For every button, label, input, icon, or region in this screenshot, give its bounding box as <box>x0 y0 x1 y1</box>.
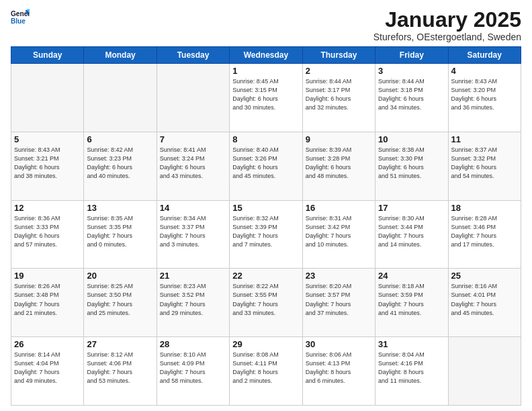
table-row: 8Sunrise: 8:40 AM Sunset: 3:26 PM Daylig… <box>230 132 302 200</box>
day-info: Sunrise: 8:44 AM Sunset: 3:17 PM Dayligh… <box>306 77 372 112</box>
day-number: 8 <box>232 134 299 144</box>
day-number: 16 <box>306 203 372 213</box>
col-saturday: Saturday <box>448 47 521 64</box>
day-number: 28 <box>160 339 226 349</box>
day-info: Sunrise: 8:12 AM Sunset: 4:06 PM Dayligh… <box>87 351 153 385</box>
day-number: 2 <box>306 66 372 76</box>
day-number: 1 <box>232 66 299 76</box>
table-row: 2Sunrise: 8:44 AM Sunset: 3:17 PM Daylig… <box>302 64 375 132</box>
day-number: 12 <box>14 203 81 213</box>
day-number: 25 <box>451 271 518 281</box>
day-info: Sunrise: 8:10 AM Sunset: 4:09 PM Dayligh… <box>160 351 226 385</box>
day-info: Sunrise: 8:30 AM Sunset: 3:44 PM Dayligh… <box>378 214 445 249</box>
logo-icon: General Blue <box>11 8 30 27</box>
day-number: 23 <box>306 271 372 281</box>
table-row: 20Sunrise: 8:25 AM Sunset: 3:50 PM Dayli… <box>84 269 157 337</box>
col-thursday: Thursday <box>302 47 375 64</box>
day-number: 5 <box>14 134 81 144</box>
col-sunday: Sunday <box>11 47 84 64</box>
table-row: 30Sunrise: 8:06 AM Sunset: 4:13 PM Dayli… <box>302 337 375 406</box>
day-number: 9 <box>306 134 372 144</box>
table-row: 21Sunrise: 8:23 AM Sunset: 3:52 PM Dayli… <box>157 269 229 337</box>
title-block: January 2025 Sturefors, OEstergoetland, … <box>373 8 521 42</box>
calendar-week-row: 26Sunrise: 8:14 AM Sunset: 4:04 PM Dayli… <box>11 337 521 406</box>
calendar-week-row: 5Sunrise: 8:43 AM Sunset: 3:21 PM Daylig… <box>11 132 521 200</box>
day-info: Sunrise: 8:18 AM Sunset: 3:59 PM Dayligh… <box>378 282 445 317</box>
table-row: 11Sunrise: 8:37 AM Sunset: 3:32 PM Dayli… <box>448 132 521 200</box>
table-row: 10Sunrise: 8:38 AM Sunset: 3:30 PM Dayli… <box>375 132 448 200</box>
day-info: Sunrise: 8:34 AM Sunset: 3:37 PM Dayligh… <box>160 214 226 249</box>
table-row: 18Sunrise: 8:28 AM Sunset: 3:46 PM Dayli… <box>448 200 521 269</box>
table-row: 23Sunrise: 8:20 AM Sunset: 3:57 PM Dayli… <box>302 269 375 337</box>
day-info: Sunrise: 8:43 AM Sunset: 3:20 PM Dayligh… <box>451 77 518 112</box>
col-monday: Monday <box>84 47 157 64</box>
day-number: 30 <box>306 339 372 349</box>
day-info: Sunrise: 8:38 AM Sunset: 3:30 PM Dayligh… <box>378 146 445 181</box>
day-number: 24 <box>378 271 445 281</box>
col-tuesday: Tuesday <box>157 47 229 64</box>
col-friday: Friday <box>375 47 448 64</box>
day-info: Sunrise: 8:41 AM Sunset: 3:24 PM Dayligh… <box>160 146 226 181</box>
svg-text:Blue: Blue <box>11 17 26 25</box>
day-info: Sunrise: 8:08 AM Sunset: 4:11 PM Dayligh… <box>232 351 299 385</box>
day-number: 13 <box>87 203 153 213</box>
day-number: 22 <box>232 271 299 281</box>
calendar-week-row: 1Sunrise: 8:45 AM Sunset: 3:15 PM Daylig… <box>11 64 521 132</box>
table-row: 15Sunrise: 8:32 AM Sunset: 3:39 PM Dayli… <box>230 200 302 269</box>
table-row: 4Sunrise: 8:43 AM Sunset: 3:20 PM Daylig… <box>448 64 521 132</box>
table-row: 3Sunrise: 8:44 AM Sunset: 3:18 PM Daylig… <box>375 64 448 132</box>
table-row: 28Sunrise: 8:10 AM Sunset: 4:09 PM Dayli… <box>157 337 229 406</box>
day-info: Sunrise: 8:44 AM Sunset: 3:18 PM Dayligh… <box>378 77 445 112</box>
day-number: 21 <box>160 271 226 281</box>
day-info: Sunrise: 8:26 AM Sunset: 3:48 PM Dayligh… <box>14 282 81 317</box>
day-number: 4 <box>451 66 518 76</box>
table-row: 6Sunrise: 8:42 AM Sunset: 3:23 PM Daylig… <box>84 132 157 200</box>
table-row <box>157 64 229 132</box>
day-number: 17 <box>378 203 445 213</box>
day-info: Sunrise: 8:40 AM Sunset: 3:26 PM Dayligh… <box>232 146 299 181</box>
day-number: 19 <box>14 271 81 281</box>
table-row: 22Sunrise: 8:22 AM Sunset: 3:55 PM Dayli… <box>230 269 302 337</box>
month-title: January 2025 <box>373 8 521 32</box>
page: General Blue January 2025 Sturefors, OEs… <box>0 0 532 411</box>
day-number: 27 <box>87 339 153 349</box>
calendar-header-row: Sunday Monday Tuesday Wednesday Thursday… <box>11 47 521 64</box>
day-info: Sunrise: 8:04 AM Sunset: 4:16 PM Dayligh… <box>378 351 445 385</box>
table-row: 1Sunrise: 8:45 AM Sunset: 3:15 PM Daylig… <box>230 64 302 132</box>
table-row: 25Sunrise: 8:16 AM Sunset: 4:01 PM Dayli… <box>448 269 521 337</box>
day-info: Sunrise: 8:32 AM Sunset: 3:39 PM Dayligh… <box>232 214 299 249</box>
day-info: Sunrise: 8:14 AM Sunset: 4:04 PM Dayligh… <box>14 351 81 385</box>
table-row: 19Sunrise: 8:26 AM Sunset: 3:48 PM Dayli… <box>11 269 84 337</box>
day-number: 31 <box>378 339 445 349</box>
day-number: 7 <box>160 134 226 144</box>
table-row: 7Sunrise: 8:41 AM Sunset: 3:24 PM Daylig… <box>157 132 229 200</box>
day-info: Sunrise: 8:39 AM Sunset: 3:28 PM Dayligh… <box>306 146 372 181</box>
table-row: 16Sunrise: 8:31 AM Sunset: 3:42 PM Dayli… <box>302 200 375 269</box>
table-row: 12Sunrise: 8:36 AM Sunset: 3:33 PM Dayli… <box>11 200 84 269</box>
day-number: 18 <box>451 203 518 213</box>
day-info: Sunrise: 8:36 AM Sunset: 3:33 PM Dayligh… <box>14 214 81 249</box>
day-info: Sunrise: 8:20 AM Sunset: 3:57 PM Dayligh… <box>306 282 372 317</box>
table-row: 26Sunrise: 8:14 AM Sunset: 4:04 PM Dayli… <box>11 337 84 406</box>
calendar-table: Sunday Monday Tuesday Wednesday Thursday… <box>11 46 521 406</box>
day-info: Sunrise: 8:28 AM Sunset: 3:46 PM Dayligh… <box>451 214 518 249</box>
day-number: 11 <box>451 134 518 144</box>
table-row: 31Sunrise: 8:04 AM Sunset: 4:16 PM Dayli… <box>375 337 448 406</box>
table-row: 24Sunrise: 8:18 AM Sunset: 3:59 PM Dayli… <box>375 269 448 337</box>
table-row <box>448 337 521 406</box>
day-number: 6 <box>87 134 153 144</box>
day-info: Sunrise: 8:23 AM Sunset: 3:52 PM Dayligh… <box>160 282 226 317</box>
table-row: 29Sunrise: 8:08 AM Sunset: 4:11 PM Dayli… <box>230 337 302 406</box>
day-info: Sunrise: 8:16 AM Sunset: 4:01 PM Dayligh… <box>451 282 518 317</box>
calendar-week-row: 19Sunrise: 8:26 AM Sunset: 3:48 PM Dayli… <box>11 269 521 337</box>
calendar-week-row: 12Sunrise: 8:36 AM Sunset: 3:33 PM Dayli… <box>11 200 521 269</box>
location-subtitle: Sturefors, OEstergoetland, Sweden <box>373 32 521 42</box>
day-info: Sunrise: 8:31 AM Sunset: 3:42 PM Dayligh… <box>306 214 372 249</box>
day-number: 20 <box>87 271 153 281</box>
table-row: 27Sunrise: 8:12 AM Sunset: 4:06 PM Dayli… <box>84 337 157 406</box>
day-info: Sunrise: 8:35 AM Sunset: 3:35 PM Dayligh… <box>87 214 153 249</box>
table-row: 17Sunrise: 8:30 AM Sunset: 3:44 PM Dayli… <box>375 200 448 269</box>
col-wednesday: Wednesday <box>230 47 302 64</box>
table-row: 9Sunrise: 8:39 AM Sunset: 3:28 PM Daylig… <box>302 132 375 200</box>
day-info: Sunrise: 8:25 AM Sunset: 3:50 PM Dayligh… <box>87 282 153 317</box>
